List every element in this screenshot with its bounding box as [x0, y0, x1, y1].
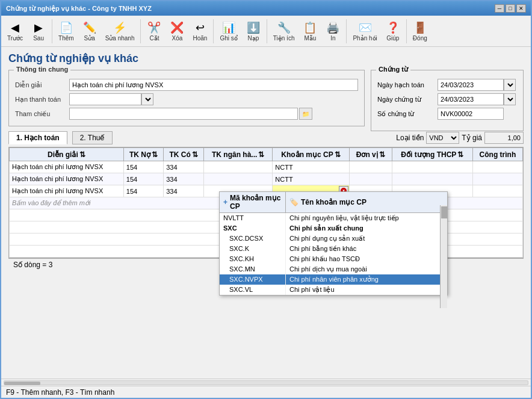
loai-tien-area: Loại tiền VND Tỷ giá — [396, 132, 524, 144]
tham-chieu-input[interactable] — [69, 108, 298, 120]
add-new-icon[interactable]: + — [223, 198, 227, 206]
sort-icon-doi-tuong[interactable]: ⇅ — [457, 150, 463, 159]
cell-dien-giai-2: Hạch toán chi phí lương NVSX — [10, 173, 124, 185]
so-chung-tu-input[interactable] — [438, 108, 504, 120]
dropdown-item-sxc-vl[interactable]: SXC.VL Chi phí vật liệu — [220, 285, 447, 295]
toolbar-sep-4 — [267, 19, 267, 43]
dropdown-ten-sxc-k: Chi phí bằng tiền khác — [286, 244, 447, 254]
ngay-chung-tu-input[interactable] — [438, 93, 504, 105]
loai-tien-select[interactable]: VND — [426, 132, 459, 144]
th-tk-no: TK Nợ ⇅ — [123, 148, 163, 161]
sort-icon-tk-co[interactable]: ⇅ — [192, 150, 198, 159]
forward-label: Sau — [33, 35, 44, 42]
dropdown-item-sxc-mn[interactable]: SXC.MN Chi phí dịch vụ mua ngoài — [220, 264, 447, 274]
toolbar-help[interactable]: ❓ Giúp — [382, 20, 404, 43]
dropdown-ma-sxc: SXC — [220, 223, 286, 234]
toolbar-forward[interactable]: ▶ Sau — [28, 20, 49, 43]
dropdown-ten-sxc: Chi phí sản xuất chung — [286, 223, 447, 234]
table-header-row: Diễn giải ⇅ TK Nợ ⇅ — [10, 148, 523, 161]
toolbar-sep-5 — [346, 19, 347, 43]
dropdown-item-sxc-k[interactable]: SXC.K Chi phí bằng tiền khác — [220, 244, 447, 254]
cell-tk-co-1: 334 — [164, 161, 204, 173]
ngay-hach-toan-dropdown[interactable] — [504, 79, 516, 91]
sort-icon-dien-giai[interactable]: ⇅ — [79, 150, 85, 159]
ngay-chung-tu-dropdown[interactable] — [504, 93, 516, 105]
edit-label: Sửa — [84, 35, 95, 42]
cell-doi-tuong-2 — [392, 173, 472, 185]
ngay-hach-toan-input[interactable] — [438, 79, 504, 91]
dropdown-ma-nvltt: NVLTT — [220, 213, 286, 223]
dropdown-ten-sxc-kh: Chi phí khấu hao TSCĐ — [286, 254, 447, 264]
dropdown-item-sxc-nvpx[interactable]: SXC.NVPX Chi phí nhân viên phân xưởng — [220, 274, 447, 285]
form-layout: Thông tin chung Diễn giải Hạn thanh toán… — [8, 70, 524, 131]
cell-cong-trinh-1 — [472, 161, 522, 173]
close-window-button[interactable]: ✕ — [516, 4, 526, 13]
han-thanh-toan-input[interactable] — [69, 93, 141, 105]
toolbar-import[interactable]: ⬇️ Nạp — [243, 20, 264, 43]
template-icon: 📋 — [303, 21, 317, 34]
toolbar-cancel[interactable]: ↩ Hoãn — [189, 20, 211, 43]
help-icon: ❓ — [386, 21, 400, 34]
main-window: Chứng từ nghiệp vụ khác - Công ty TNHH X… — [0, 0, 532, 399]
dropdown-scrollbar[interactable] — [440, 205, 447, 308]
toolbar-delete[interactable]: ❌ Xóa — [166, 20, 188, 43]
table-row[interactable]: Hạch toán chi phí lương NVSX 154 334 NCT… — [10, 161, 523, 173]
ty-gia-input[interactable] — [484, 132, 524, 144]
toolbar-print[interactable]: 🖨️ In — [322, 20, 344, 43]
sort-icon-tk-no[interactable]: ⇅ — [152, 150, 158, 159]
cell-cong-trinh-3 — [472, 185, 522, 197]
dropdown-icon-ten: 🏷️ — [289, 198, 298, 206]
table-row[interactable]: Hạch toán chi phí lương NVSX 154 334 NCT… — [10, 173, 523, 185]
so-dong-text: Số dòng = 3 — [13, 261, 52, 269]
dropdown-item-nvltt[interactable]: NVLTT Chi phí nguyên liệu, vật liệu trực… — [220, 213, 447, 223]
h-scrollbar[interactable] — [1, 379, 531, 386]
tham-chieu-browse-button[interactable]: 📁 — [299, 108, 312, 120]
forward-icon: ▶ — [34, 21, 43, 34]
dropdown-ma-sxc-kh: SXC.KH — [220, 254, 286, 264]
dropdown-item-sxc-kh[interactable]: SXC.KH Chi phí khấu hao TSCĐ — [220, 254, 447, 264]
maximize-button[interactable]: □ — [506, 4, 515, 13]
dropdown-ma-sxc-mn: SXC.MN — [220, 264, 286, 274]
sort-icon-don-vi[interactable]: ⇅ — [379, 150, 385, 159]
toolbar-utility[interactable]: 🔧 Tiện ích — [270, 20, 298, 43]
toolbar-close[interactable]: 🚪 Đóng — [409, 20, 431, 43]
han-thanh-toan-label: Hạn thanh toán — [15, 96, 69, 104]
dropdown-item-sxc[interactable]: SXC Chi phí sản xuất chung — [220, 223, 447, 234]
toolbar-feedback[interactable]: ✉️ Phản hồi — [349, 20, 380, 43]
dien-giai-input[interactable] — [69, 79, 358, 91]
han-thanh-toan-select[interactable] — [141, 93, 153, 105]
cancel-label: Hoãn — [193, 35, 208, 42]
window-controls: ─ □ ✕ — [495, 4, 526, 13]
post-icon: 📊 — [222, 21, 235, 34]
sort-icon-ngan-hang[interactable]: ⇅ — [258, 150, 264, 159]
cell-tk-no-2: 154 — [123, 173, 163, 185]
toolbar-back[interactable]: ◀ Trước — [4, 20, 26, 43]
dropdown-header: + Mã khoản mục CP 🏷️ Tên khoản mục CP — [220, 192, 447, 213]
toolbar-edit[interactable]: ✏️ Sửa — [79, 20, 101, 43]
thong-tin-chung-title: Thông tin chung — [14, 66, 70, 73]
scrollbar-track — [4, 380, 528, 385]
tham-chieu-row: Tham chiếu 📁 — [15, 108, 358, 120]
dropdown-ma-sxc-nvpx: SXC.NVPX — [220, 274, 286, 285]
feedback-icon: ✉️ — [359, 21, 372, 34]
dropdown-ten-sxc-mn: Chi phí dịch vụ mua ngoài — [286, 264, 447, 274]
close-label: Đóng — [413, 35, 427, 42]
tab-hach-toan[interactable]: 1. Hạch toán — [8, 131, 67, 144]
thong-tin-chung-section: Thông tin chung Diễn giải Hạn thanh toán… — [8, 70, 365, 126]
cancel-icon: ↩ — [196, 21, 205, 34]
add-icon: 📄 — [60, 21, 73, 34]
toolbar-template[interactable]: 📋 Mẫu — [299, 20, 321, 43]
import-icon: ⬇️ — [247, 21, 260, 34]
toolbar-quick-edit[interactable]: ⚡ Sửa nhanh — [102, 20, 138, 43]
toolbar-sep-2 — [140, 19, 141, 43]
th-tk-co: TK Có ⇅ — [164, 148, 204, 161]
dropdown-item-sxc-dcsx[interactable]: SXC.DCSX Chi phí dụng cụ sản xuất — [220, 234, 447, 244]
dropdown-list[interactable]: NVLTT Chi phí nguyên liệu, vật liệu trực… — [220, 213, 447, 295]
toolbar-post[interactable]: 📊 Ghi sổ — [216, 20, 241, 43]
tab-thue[interactable]: 2. Thuế — [72, 131, 113, 144]
sort-icon-khoan-muc[interactable]: ⇅ — [335, 150, 341, 159]
toolbar-cut[interactable]: ✂️ Cắt — [143, 20, 165, 43]
toolbar-add[interactable]: 📄 Thêm — [55, 20, 78, 43]
delete-icon: ❌ — [170, 21, 184, 34]
minimize-button[interactable]: ─ — [495, 4, 504, 13]
